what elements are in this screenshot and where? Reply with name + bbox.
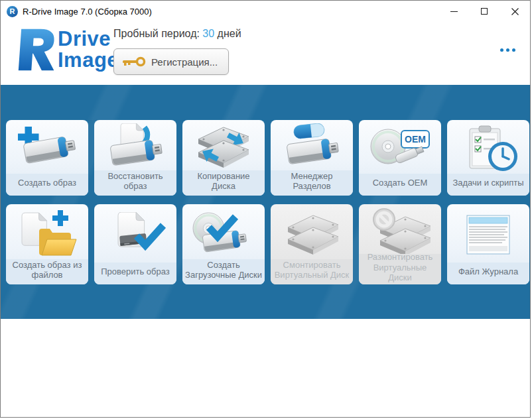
tile-grid: Создать образ Восстановить образ: [6, 120, 530, 284]
trial-label: Пробный период:: [113, 28, 200, 39]
tile-label: Создать Загрузочные Диски: [182, 259, 265, 284]
tile-tasks-scripts[interactable]: Задачи и скрипты: [447, 120, 529, 196]
actions-panel: Создать образ Восстановить образ: [1, 85, 530, 319]
tile-label: Копирование Диска: [182, 170, 265, 196]
minimize-icon: [450, 11, 458, 12]
tile-create-oem[interactable]: OEM Создать OEM: [359, 120, 441, 196]
mount-virtual-disk-icon: [279, 210, 345, 257]
window-title: R-Drive Image 7.0 (Сборка 7000): [23, 7, 152, 17]
key-icon: [122, 56, 146, 68]
footer-area: [1, 319, 530, 418]
tile-partition-manager[interactable]: Менеджер Разделов: [271, 120, 353, 196]
app-icon: R: [7, 6, 18, 17]
verify-image-icon: [102, 212, 168, 259]
close-button[interactable]: [499, 1, 530, 22]
tile-restore-image[interactable]: Восстановить образ: [94, 120, 176, 196]
image-from-files-icon: [14, 210, 80, 257]
tile-label: Восстановить образ: [94, 170, 176, 196]
tile-label: Создать OEM: [359, 174, 441, 196]
trial-period-text: Пробный период: 30 дней: [113, 28, 241, 40]
restore-image-icon: [102, 123, 168, 170]
oem-badge-text: OEM: [405, 134, 426, 145]
tile-label: Менеджер Разделов: [271, 170, 353, 196]
tile-label: Задачи и скрипты: [447, 174, 529, 196]
ellipsis-icon: [500, 48, 503, 52]
app-logo: Drive Image: [7, 26, 119, 74]
logo-text: Drive Image: [58, 29, 119, 71]
bootable-disks-icon: [190, 210, 257, 257]
titlebar: R R-Drive Image 7.0 (Сборка 7000): [1, 1, 530, 22]
register-button-label: Регистрация...: [151, 56, 218, 68]
logo-line1: Drive: [58, 29, 119, 50]
logo-r-icon: [7, 26, 56, 74]
close-icon: [511, 7, 519, 16]
maximize-icon: [481, 8, 488, 15]
tile-label: Размонтировать Виртуальные Диски: [359, 254, 441, 284]
create-image-icon: [14, 125, 80, 172]
trial-days-value: 30: [202, 28, 214, 39]
trial-suffix: дней: [218, 28, 241, 39]
register-button[interactable]: Регистрация...: [113, 48, 229, 75]
tile-log-file[interactable]: Файл Журнала: [447, 204, 529, 284]
unmount-virtual-disks-icon: [367, 208, 433, 254]
tile-create-image[interactable]: Создать образ: [6, 120, 88, 196]
maximize-button[interactable]: [469, 1, 499, 22]
partition-manager-icon: [279, 123, 345, 170]
minimize-button[interactable]: [438, 1, 469, 22]
log-file-icon: [455, 212, 521, 259]
tile-mount-virtual-disk: Смонтировать Виртуальный Диск: [271, 204, 353, 284]
tile-verify-image[interactable]: Проверить образ: [94, 204, 176, 284]
logo-line2: Image: [58, 50, 119, 71]
tile-label: Смонтировать Виртуальный Диск: [271, 259, 353, 284]
copy-disk-icon: [190, 123, 257, 170]
tile-image-from-files[interactable]: Создать образ из файлов: [6, 204, 88, 284]
tile-copy-disk[interactable]: Копирование Диска: [182, 120, 265, 196]
tile-unmount-virtual-disks: Размонтировать Виртуальные Диски: [359, 204, 441, 284]
app-window: R R-Drive Image 7.0 (Сборка 7000) Drive …: [0, 0, 531, 418]
tile-label: Проверить образ: [94, 263, 176, 284]
tile-bootable-disks[interactable]: Создать Загрузочные Диски: [182, 204, 265, 284]
more-menu-button[interactable]: [498, 46, 518, 54]
create-oem-icon: OEM: [367, 125, 433, 172]
tasks-scripts-icon: [455, 125, 521, 172]
tile-label: Создать образ: [6, 174, 88, 196]
tile-label: Файл Журнала: [447, 263, 529, 284]
window-controls: [438, 1, 530, 22]
header: Drive Image Пробный период: 30 дней Реги…: [1, 22, 530, 85]
tile-label: Создать образ из файлов: [6, 259, 88, 284]
